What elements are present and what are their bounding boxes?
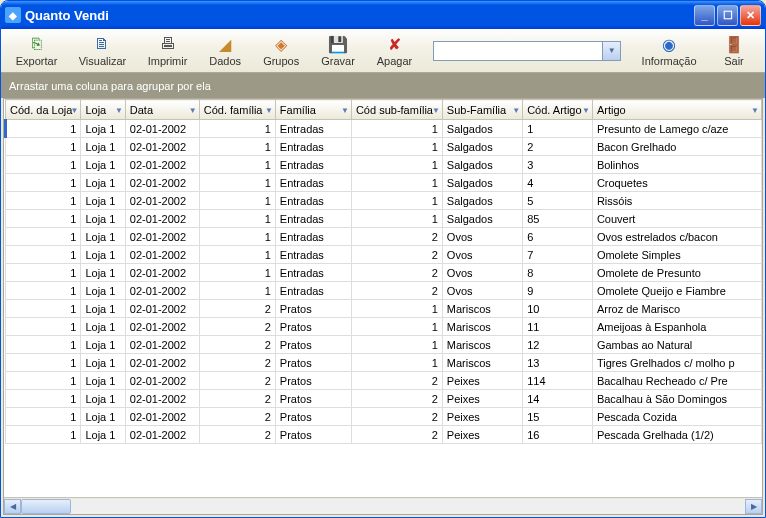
cell[interactable]: Loja 1: [81, 192, 125, 210]
cell[interactable]: 1: [199, 138, 275, 156]
cell[interactable]: Loja 1: [81, 138, 125, 156]
cell[interactable]: 02-01-2002: [125, 192, 199, 210]
cell[interactable]: 5: [523, 192, 593, 210]
cell[interactable]: Mariscos: [442, 354, 522, 372]
cell[interactable]: Entradas: [275, 156, 351, 174]
cell[interactable]: Loja 1: [81, 354, 125, 372]
cell[interactable]: Entradas: [275, 264, 351, 282]
cell[interactable]: 1: [199, 264, 275, 282]
gravar-button[interactable]: 💾 Gravar: [312, 32, 364, 69]
table-row[interactable]: 1Loja 102-01-20021Entradas1Salgados85Cou…: [6, 210, 762, 228]
column-filter-icon[interactable]: ▼: [115, 105, 123, 114]
column-filter-icon[interactable]: ▼: [265, 105, 273, 114]
cell[interactable]: 2: [351, 228, 442, 246]
cell[interactable]: Ovos: [442, 246, 522, 264]
cell[interactable]: 1: [199, 246, 275, 264]
cell[interactable]: 2: [351, 282, 442, 300]
cell[interactable]: 02-01-2002: [125, 174, 199, 192]
column-header[interactable]: Família▼: [275, 100, 351, 120]
cell[interactable]: Pratos: [275, 336, 351, 354]
cell[interactable]: Arroz de Marisco: [592, 300, 761, 318]
cell[interactable]: Ovos estrelados c/bacon: [592, 228, 761, 246]
cell[interactable]: 1: [351, 210, 442, 228]
table-row[interactable]: 1Loja 102-01-20021Entradas1Salgados4Croq…: [6, 174, 762, 192]
dados-button[interactable]: ◢ Dados: [200, 32, 250, 69]
cell[interactable]: 02-01-2002: [125, 264, 199, 282]
cell[interactable]: 1: [6, 246, 81, 264]
cell[interactable]: 2: [199, 318, 275, 336]
cell[interactable]: 10: [523, 300, 593, 318]
table-row[interactable]: 1Loja 102-01-20022Pratos2Peixes14Bacalha…: [6, 390, 762, 408]
cell[interactable]: 1: [6, 372, 81, 390]
cell[interactable]: 11: [523, 318, 593, 336]
cell[interactable]: Loja 1: [81, 156, 125, 174]
cell[interactable]: 13: [523, 354, 593, 372]
cell[interactable]: Salgados: [442, 120, 522, 138]
group-by-bar[interactable]: Arrastar uma coluna para agrupar por ela: [1, 73, 765, 98]
cell[interactable]: 1: [6, 408, 81, 426]
table-row[interactable]: 1Loja 102-01-20022Pratos2Peixes114Bacalh…: [6, 372, 762, 390]
cell[interactable]: 02-01-2002: [125, 156, 199, 174]
cell[interactable]: 1: [351, 156, 442, 174]
cell[interactable]: Loja 1: [81, 282, 125, 300]
cell[interactable]: 1: [6, 192, 81, 210]
cell[interactable]: Omolete Queijo e Fiambre: [592, 282, 761, 300]
cell[interactable]: 02-01-2002: [125, 300, 199, 318]
cell[interactable]: Ovos: [442, 228, 522, 246]
table-row[interactable]: 1Loja 102-01-20021Entradas2Ovos8Omolete …: [6, 264, 762, 282]
exportar-button[interactable]: ⎘ Exportar: [7, 32, 66, 69]
cell[interactable]: Pratos: [275, 318, 351, 336]
cell[interactable]: Pescada Grelhada (1/2): [592, 426, 761, 444]
cell[interactable]: Omolete Simples: [592, 246, 761, 264]
cell[interactable]: 2: [351, 372, 442, 390]
cell[interactable]: Mariscos: [442, 336, 522, 354]
column-header[interactable]: Loja▼: [81, 100, 125, 120]
cell[interactable]: 114: [523, 372, 593, 390]
cell[interactable]: Pratos: [275, 426, 351, 444]
cell[interactable]: 1: [6, 336, 81, 354]
cell[interactable]: 1: [6, 354, 81, 372]
column-filter-icon[interactable]: ▼: [582, 105, 590, 114]
cell[interactable]: 1: [351, 300, 442, 318]
column-header[interactable]: Data▼: [125, 100, 199, 120]
cell[interactable]: Croquetes: [592, 174, 761, 192]
column-header[interactable]: Cód. Artigo▼: [523, 100, 593, 120]
cell[interactable]: Bacalhau à São Domingos: [592, 390, 761, 408]
table-row[interactable]: 1Loja 102-01-20022Pratos1Mariscos10Arroz…: [6, 300, 762, 318]
cell[interactable]: 02-01-2002: [125, 138, 199, 156]
cell[interactable]: 1: [199, 156, 275, 174]
minimize-button[interactable]: _: [694, 5, 715, 26]
column-filter-icon[interactable]: ▼: [189, 105, 197, 114]
cell[interactable]: Presunto de Lamego c/aze: [592, 120, 761, 138]
cell[interactable]: Omolete de Presunto: [592, 264, 761, 282]
grupos-button[interactable]: ◈ Grupos: [254, 32, 308, 69]
cell[interactable]: 85: [523, 210, 593, 228]
visualizar-button[interactable]: 🗎 Visualizar: [70, 32, 135, 69]
cell[interactable]: Pratos: [275, 300, 351, 318]
cell[interactable]: 14: [523, 390, 593, 408]
table-row[interactable]: 1Loja 102-01-20021Entradas1Salgados5Riss…: [6, 192, 762, 210]
cell[interactable]: 1: [351, 354, 442, 372]
cell[interactable]: Salgados: [442, 174, 522, 192]
cell[interactable]: 02-01-2002: [125, 228, 199, 246]
cell[interactable]: Entradas: [275, 210, 351, 228]
cell[interactable]: Entradas: [275, 228, 351, 246]
cell[interactable]: 02-01-2002: [125, 336, 199, 354]
column-filter-icon[interactable]: ▼: [432, 105, 440, 114]
cell[interactable]: 3: [523, 156, 593, 174]
cell[interactable]: 2: [199, 300, 275, 318]
cell[interactable]: 1: [351, 138, 442, 156]
table-row[interactable]: 1Loja 102-01-20022Pratos2Peixes16Pescada…: [6, 426, 762, 444]
cell[interactable]: 1: [6, 318, 81, 336]
cell[interactable]: 1: [6, 264, 81, 282]
cell[interactable]: 2: [523, 138, 593, 156]
cell[interactable]: Loja 1: [81, 264, 125, 282]
cell[interactable]: Loja 1: [81, 426, 125, 444]
cell[interactable]: Salgados: [442, 192, 522, 210]
cell[interactable]: 1: [6, 426, 81, 444]
cell[interactable]: Peixes: [442, 372, 522, 390]
cell[interactable]: 02-01-2002: [125, 210, 199, 228]
cell[interactable]: Salgados: [442, 210, 522, 228]
cell[interactable]: Ameijoas à Espanhola: [592, 318, 761, 336]
column-filter-icon[interactable]: ▼: [341, 105, 349, 114]
